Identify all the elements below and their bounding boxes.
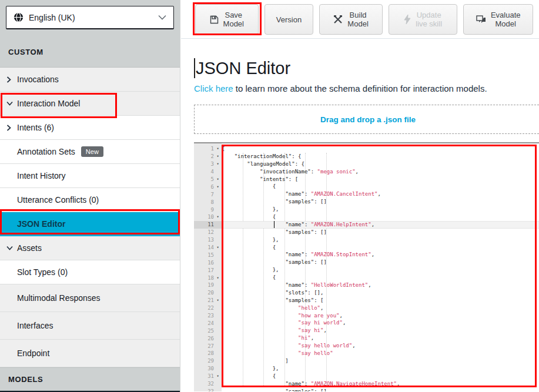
sidebar-item-multimodal-responses[interactable]: Multimodal Responses [0, 284, 180, 312]
code-line[interactable]: ] [222, 357, 539, 365]
sidebar-item-intents[interactable]: Intents (6) [0, 116, 180, 140]
sidebar-item-label: Endpoint [17, 349, 49, 358]
globe-icon [14, 12, 24, 22]
code-line[interactable]: "samples": [] [222, 198, 539, 206]
editor-gutter: 1▾2▾3▾45▾6▾78910▾11121314▾15161718▾19202… [194, 143, 222, 391]
dropzone-label: Drag and drop a .json file [320, 115, 416, 124]
code-line[interactable]: { [222, 145, 539, 153]
chevron-right-icon[interactable] [6, 125, 17, 131]
code-line[interactable]: "name": "AMAZON.StopIntent", [222, 251, 539, 259]
line-number[interactable]: 14▾ [194, 244, 222, 252]
save-model-button[interactable]: Save Model [195, 4, 259, 35]
fold-arrow-icon: ▾ [214, 146, 222, 151]
sidebar-item-label: Intent History [17, 171, 65, 180]
code-line[interactable]: { [222, 373, 539, 380]
code-line[interactable]: "interactionModel": { [222, 153, 539, 160]
line-number: 24 [194, 319, 222, 327]
code-line[interactable]: "invocationName": "mega sonic", [222, 168, 539, 176]
line-number: 13 [194, 236, 222, 244]
code-line[interactable]: "hello", [222, 304, 539, 312]
code-line[interactable]: "how are you", [222, 312, 539, 320]
sidebar-item-endpoint[interactable]: Endpoint [0, 340, 180, 367]
editor-cursor [274, 221, 274, 228]
code-line[interactable]: "say hi", [222, 327, 539, 334]
code-line[interactable]: "samples": [] [222, 229, 539, 236]
chevron-right-icon[interactable] [6, 76, 17, 83]
toolbar: Save ModelVersionBuild ModelUpdate live … [181, 0, 539, 39]
version-button[interactable]: Version [265, 4, 314, 35]
language-dropdown[interactable]: English (UK) [6, 6, 174, 29]
code-line[interactable]: { [222, 244, 539, 252]
code-line[interactable]: "say hi world", [222, 319, 539, 327]
line-number: 23 [194, 312, 222, 320]
code-line[interactable]: }, [222, 236, 539, 244]
code-line[interactable]: "samples": [] [222, 259, 539, 266]
code-line[interactable]: "samples": [] [222, 388, 539, 392]
fold-arrow-icon: ▾ [214, 162, 222, 166]
line-number: 30 [194, 365, 222, 373]
line-number[interactable]: 18▾ [194, 274, 222, 282]
fold-arrow-icon: ▾ [214, 177, 222, 182]
json-code-editor[interactable]: 1▾2▾3▾45▾6▾78910▾11121314▾15161718▾19202… [194, 142, 539, 391]
chat-bubbles-icon [476, 15, 486, 24]
fold-arrow-icon: ▾ [214, 298, 222, 303]
line-number[interactable]: 31▾ [194, 373, 222, 380]
code-line[interactable]: "name": "AMAZON.HelpIntent", [222, 221, 539, 229]
sidebar-item-json-editor[interactable]: JSON Editor [0, 212, 180, 236]
code-line[interactable]: { [222, 183, 539, 190]
code-line[interactable]: }, [222, 365, 539, 373]
click-here-link[interactable]: Click here [194, 83, 233, 93]
sidebar-item-interaction-model[interactable]: Interaction Model [0, 92, 180, 116]
sidebar-item-slot-types[interactable]: Slot Types (0) [0, 260, 180, 284]
sidebar-item-label: Annotation Sets [17, 147, 75, 156]
line-number: 27 [194, 342, 222, 350]
fold-arrow-icon: ▾ [214, 374, 222, 378]
code-line[interactable]: "name": "HelloWorldIntent", [222, 282, 539, 289]
line-number[interactable]: 1▾ [194, 145, 222, 153]
code-line[interactable]: }, [222, 206, 539, 213]
chevron-down-icon[interactable] [6, 101, 17, 106]
json-dropzone[interactable]: Drag and drop a .json file [194, 105, 539, 134]
fold-arrow-icon: ▾ [214, 154, 222, 159]
sidebar-item-interfaces[interactable]: Interfaces [0, 312, 180, 340]
line-number[interactable]: 3▾ [194, 160, 222, 168]
button-label: Version [276, 15, 302, 24]
code-line[interactable]: "hi", [222, 334, 539, 342]
code-line[interactable]: "languageModel": { [222, 160, 539, 168]
line-number: 29 [194, 357, 222, 365]
text-caret [194, 58, 195, 78]
code-line[interactable]: { [222, 274, 539, 282]
chevron-down-icon[interactable] [6, 246, 17, 250]
code-line[interactable]: { [222, 213, 539, 221]
line-number: 4 [194, 168, 222, 176]
editor-code[interactable]: { "interactionModel": { "languageModel":… [222, 143, 539, 391]
code-line[interactable]: "name": "AMAZON.CancelIntent", [222, 190, 539, 198]
code-line[interactable]: "say hello" [222, 350, 539, 357]
code-line[interactable]: "name": "AMAZON.NavigateHomeIntent", [222, 380, 539, 388]
sidebar-item-assets[interactable]: Assets [0, 236, 180, 260]
sidebar-item-annotation-sets[interactable]: Annotation SetsNew [0, 140, 180, 164]
floppy-disk-icon [210, 15, 219, 24]
line-number[interactable]: 21▾ [194, 297, 222, 304]
sidebar-item-intent-history[interactable]: Intent History [0, 164, 180, 188]
code-line[interactable]: "slots": [], [222, 289, 539, 297]
lightning-bolt-icon [404, 15, 411, 24]
line-number: 19 [194, 282, 222, 289]
sidebar-header-models: MODELS [0, 367, 180, 391]
code-line[interactable]: "intents": [ [222, 176, 539, 183]
line-number[interactable]: 2▾ [194, 153, 222, 160]
line-number: 9 [194, 206, 222, 213]
sidebar-item-utterance-conflicts[interactable]: Utterance Conflicts (0) [0, 188, 180, 212]
update-live-skill-button: Update live skill [389, 4, 458, 35]
build-model-button[interactable]: Build Model [319, 4, 383, 35]
code-line[interactable]: "samples": [ [222, 297, 539, 304]
code-line[interactable]: "say hello world", [222, 342, 539, 350]
line-number[interactable]: 10▾ [194, 213, 222, 221]
code-line[interactable]: }, [222, 266, 539, 274]
evaluate-model-button[interactable]: Evaluate Model [463, 4, 533, 35]
line-number[interactable]: 5▾ [194, 176, 222, 183]
line-number: 25 [194, 327, 222, 334]
line-number[interactable]: 6▾ [194, 183, 222, 190]
sidebar-item-invocations[interactable]: Invocations [0, 68, 180, 92]
line-number: 26 [194, 334, 222, 342]
